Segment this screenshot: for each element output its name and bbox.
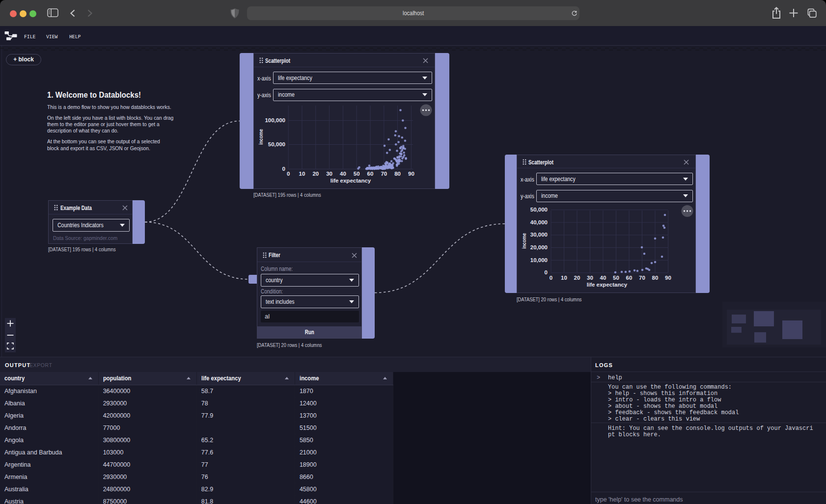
svg-text:20: 20 [312,171,319,177]
svg-text:10: 10 [299,171,305,177]
svg-text:90: 90 [665,275,671,281]
svg-text:90: 90 [408,171,414,177]
svg-text:60: 60 [367,171,374,177]
svg-text:life expectancy: life expectancy [587,282,628,288]
svg-text:30: 30 [587,275,593,281]
svg-text:40,000: 40,000 [530,219,548,225]
svg-text:10,000: 10,000 [530,257,548,263]
svg-text:30,000: 30,000 [530,232,548,238]
svg-text:50,000: 50,000 [530,207,548,212]
svg-text:50,000: 50,000 [268,141,285,147]
svg-text:income: income [521,233,527,249]
svg-text:100,000: 100,000 [265,117,285,123]
svg-text:20,000: 20,000 [530,244,548,250]
svg-text:0: 0 [545,269,548,275]
svg-text:70: 70 [639,275,645,281]
svg-text:20: 20 [574,275,580,281]
svg-text:0: 0 [550,275,552,281]
svg-text:60: 60 [626,275,633,281]
svg-text:50: 50 [354,171,360,177]
svg-text:50: 50 [613,275,619,281]
svg-text:0: 0 [287,171,290,177]
svg-text:10: 10 [561,275,567,281]
svg-text:70: 70 [381,171,387,177]
svg-text:life expectancy: life expectancy [330,178,371,184]
svg-text:0: 0 [282,166,285,172]
svg-text:40: 40 [340,171,346,177]
svg-text:income: income [258,129,264,145]
svg-text:30: 30 [326,171,332,177]
svg-text:80: 80 [652,275,659,281]
svg-text:80: 80 [394,171,401,177]
svg-text:40: 40 [600,275,606,281]
